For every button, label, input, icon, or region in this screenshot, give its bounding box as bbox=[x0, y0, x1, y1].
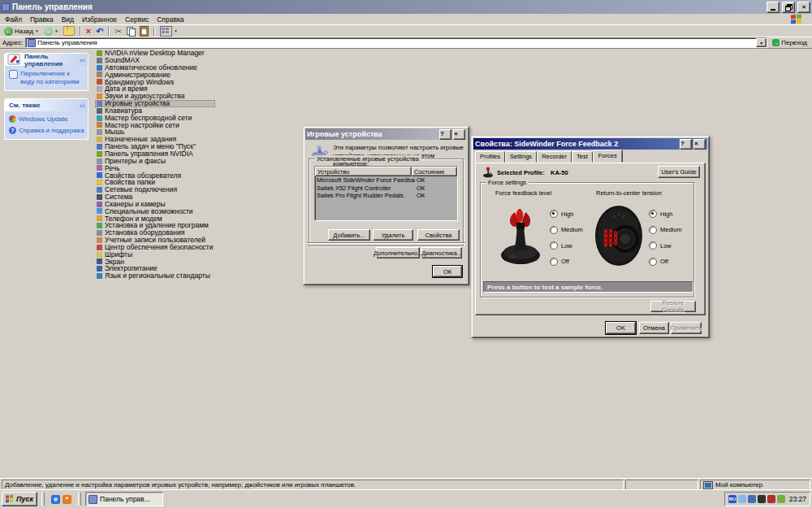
start-button[interactable]: Пуск bbox=[2, 492, 37, 506]
dialog-title: Свойства: SideWinder Force Feedback 2 bbox=[475, 140, 678, 148]
radio-option[interactable]: Medium bbox=[550, 225, 583, 235]
copy-button[interactable] bbox=[125, 26, 136, 37]
add-button[interactable]: Добавить... bbox=[328, 229, 370, 241]
radio-icon[interactable] bbox=[649, 210, 657, 218]
menu-item[interactable]: Вид bbox=[58, 15, 78, 24]
forward-button[interactable]: → ▼ bbox=[42, 26, 60, 37]
radio-icon[interactable] bbox=[550, 241, 558, 250]
control-panel-item[interactable]: Язык и региональные стандарты bbox=[95, 272, 215, 280]
help-button[interactable]: ? bbox=[439, 129, 451, 140]
back-button[interactable]: ← Назад ▼ bbox=[2, 26, 41, 37]
tab[interactable]: Recorder bbox=[537, 151, 572, 163]
menu-item[interactable]: Файл bbox=[1, 15, 26, 24]
game-controllers-dialog: Игровые устройства ? × Эти параметры поз… bbox=[303, 126, 469, 285]
radio-icon[interactable] bbox=[550, 258, 558, 266]
restore-button[interactable] bbox=[782, 2, 795, 13]
remove-button[interactable]: Удалить bbox=[373, 229, 413, 241]
tab[interactable]: Forces bbox=[593, 150, 623, 163]
delete-button[interactable]: × bbox=[84, 26, 93, 37]
help-button[interactable]: ? bbox=[680, 139, 692, 150]
cut-button[interactable]: ✂ bbox=[113, 26, 123, 37]
go-button[interactable]: → Переход bbox=[770, 38, 810, 48]
device-column-header[interactable]: Устройство bbox=[315, 167, 412, 176]
delete-icon: × bbox=[86, 27, 91, 36]
device-list[interactable]: Устройство Состояние Microsoft SideWinde… bbox=[314, 166, 458, 221]
undo-button[interactable]: ↶ bbox=[94, 26, 105, 37]
ok-button[interactable]: ОК bbox=[433, 266, 462, 277]
views-button[interactable]: ▼ bbox=[158, 26, 179, 37]
device-row[interactable]: Saitek X52 Flight Controller ОК bbox=[315, 185, 457, 193]
views-dropdown-icon[interactable]: ▼ bbox=[174, 28, 178, 33]
radio-icon[interactable] bbox=[649, 241, 657, 250]
tab[interactable]: Settings bbox=[505, 151, 537, 163]
control-panel-item-icon bbox=[97, 129, 102, 135]
tab[interactable]: Profiles bbox=[475, 151, 505, 163]
control-panel-item-icon bbox=[97, 202, 102, 207]
tray-icon[interactable] bbox=[767, 495, 775, 503]
quick-launch-app-icon[interactable]: * bbox=[63, 495, 71, 504]
close-button[interactable]: × bbox=[797, 2, 810, 13]
switch-to-category-view-link[interactable]: Переключение к виду по категориям bbox=[9, 70, 85, 85]
forward-dropdown-icon[interactable]: ▼ bbox=[54, 28, 58, 33]
radio-label: Low bbox=[561, 242, 572, 250]
device-row[interactable]: Saitek Pro Flight Rudder Pedals ОК bbox=[315, 192, 457, 200]
radio-option[interactable]: High bbox=[550, 209, 583, 219]
paste-button[interactable] bbox=[138, 26, 150, 37]
tray-icon[interactable] bbox=[748, 495, 756, 503]
users-guide-button[interactable]: User's Guide bbox=[658, 166, 700, 178]
radio-option[interactable]: Off bbox=[550, 257, 583, 267]
menu-item[interactable]: Правка bbox=[26, 15, 58, 24]
sidebar-panel-control-header[interactable]: Панель управления ∧∧ bbox=[5, 54, 88, 66]
clock[interactable]: 23:27 bbox=[789, 495, 806, 503]
taskbar-divider[interactable] bbox=[41, 493, 45, 506]
windows-update-link[interactable]: Windows Update bbox=[9, 115, 85, 124]
sidebar-panel-seealso-header[interactable]: См. также ∧∧ bbox=[5, 99, 88, 111]
address-dropdown-button[interactable]: ▼ bbox=[756, 38, 767, 47]
control-panel-item-icon bbox=[97, 151, 102, 157]
menu-item[interactable]: Справка bbox=[153, 15, 188, 24]
radio-option[interactable]: Low bbox=[649, 241, 682, 250]
taskbar-task-control-panel[interactable]: Панель управ... bbox=[85, 492, 163, 506]
radio-icon[interactable] bbox=[550, 226, 558, 234]
radio-option[interactable]: Off bbox=[649, 257, 682, 267]
advanced-button[interactable]: Дополнительно... bbox=[376, 247, 420, 258]
tray-icon[interactable] bbox=[738, 495, 746, 503]
troubleshoot-button[interactable]: Диагностика... bbox=[421, 247, 462, 258]
status-column-header[interactable]: Состояние bbox=[412, 167, 457, 176]
chevron-up-icon[interactable]: ∧∧ bbox=[79, 102, 84, 108]
radio-label: Medium bbox=[561, 226, 583, 233]
device-row[interactable]: Microsoft SideWinder Force Feedback 2 дж… bbox=[315, 176, 457, 185]
menu-item[interactable]: Сервис bbox=[121, 15, 153, 24]
back-dropdown-icon[interactable]: ▼ bbox=[35, 28, 39, 33]
ok-button[interactable]: OK bbox=[606, 322, 636, 334]
radio-icon[interactable] bbox=[649, 258, 657, 266]
radio-option[interactable]: Medium bbox=[649, 225, 682, 235]
chevron-up-icon[interactable]: ∧∧ bbox=[79, 57, 84, 63]
props-dialog-titlebar[interactable]: Свойства: SideWinder Force Feedback 2 ? … bbox=[473, 138, 707, 150]
cancel-button[interactable]: Отмена bbox=[639, 322, 669, 334]
tray-icon[interactable] bbox=[777, 495, 785, 503]
taskbar-divider[interactable] bbox=[78, 493, 81, 506]
radio-icon[interactable] bbox=[550, 210, 558, 218]
tray-icon[interactable] bbox=[758, 495, 766, 503]
internet-explorer-icon[interactable]: e bbox=[51, 495, 60, 504]
help-icon: ? bbox=[9, 127, 16, 134]
radio-option[interactable]: High bbox=[649, 209, 682, 219]
game-dialog-titlebar[interactable]: Игровые устройства ? × bbox=[305, 128, 467, 140]
main-titlebar[interactable]: Панель управления × bbox=[0, 0, 812, 14]
up-button[interactable] bbox=[62, 26, 76, 37]
radio-icon[interactable] bbox=[649, 226, 657, 234]
device-status: ОК bbox=[415, 185, 457, 192]
menu-item[interactable]: Избранное bbox=[78, 15, 121, 24]
close-button[interactable]: × bbox=[453, 129, 465, 140]
minimize-button[interactable] bbox=[767, 2, 780, 13]
tab[interactable]: Test bbox=[572, 151, 593, 163]
close-button[interactable]: × bbox=[693, 139, 706, 150]
restore-defaults-button[interactable]: Restore Defaults bbox=[650, 301, 696, 312]
properties-button[interactable]: Свойства bbox=[417, 229, 460, 241]
apply-button[interactable]: Применить bbox=[671, 322, 702, 334]
address-input[interactable]: Панель управления ▼ bbox=[25, 37, 767, 48]
help-support-link[interactable]: ? Справка и поддержка bbox=[9, 127, 85, 135]
radio-option[interactable]: Low bbox=[550, 241, 583, 250]
tray-icon[interactable]: RU bbox=[728, 495, 736, 503]
